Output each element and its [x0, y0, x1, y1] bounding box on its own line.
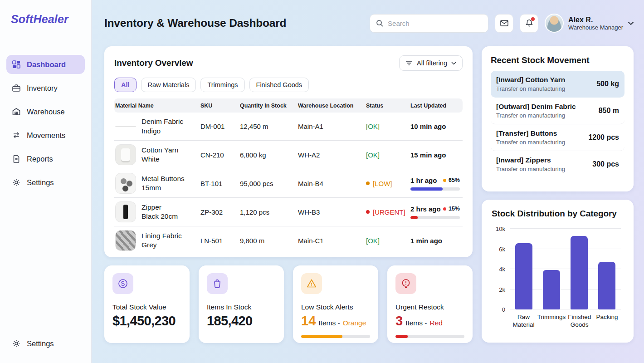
sidebar-item-settings[interactable]: Settings [6, 173, 85, 192]
card-label: Items In Stock [207, 303, 276, 311]
briefcase-icon [12, 83, 21, 93]
y-tick-label: 10k [492, 226, 505, 232]
sidebar-item-inventory[interactable]: Inventory [6, 78, 85, 98]
sidebar-item-reports[interactable]: Reports [6, 149, 85, 168]
search-input[interactable] [388, 20, 483, 27]
avatar [545, 14, 564, 33]
inventory-table-body: Denim Fabric Indigo DM-001 12,450 m Main… [114, 113, 463, 255]
material-name: Metal Buttons 15mm [141, 174, 185, 192]
sidebar-item-label: Inventory [27, 84, 58, 93]
chart-x-labels: Raw MaterialTrimmingsFinished GoodsPacki… [510, 314, 621, 329]
filter-dropdown-label: All filtering [417, 59, 447, 67]
location-cell: WH-B3 [298, 208, 366, 216]
last-updated-cell: 1 hr ago 65% [410, 177, 462, 191]
document-icon [12, 154, 21, 163]
sku-cell: ZP-302 [200, 208, 240, 216]
filter-chip[interactable]: Trimmings [200, 78, 244, 92]
movement-title: [Outward] Denim Fabric [496, 103, 576, 111]
y-tick-label: 0 [492, 306, 505, 313]
card-value: 185,420 [207, 314, 276, 329]
sidebar-nav: Dashboard Inventory [6, 55, 85, 192]
last-updated-cell: 1 min ago [410, 237, 462, 245]
sidebar-item-warehouse[interactable]: Warehouse [6, 102, 85, 121]
sidebar-item-movements[interactable]: Movements [6, 126, 85, 145]
quantity-cell: 12,450 m [240, 123, 298, 130]
chevron-down-icon [628, 21, 634, 25]
chart-bar [515, 243, 532, 309]
movement-subtitle: Transfer on manufacturing [496, 112, 576, 119]
movement-subtitle: Transfer on manufacturing [496, 166, 565, 172]
dashboard-grid-icon [12, 60, 21, 69]
material-name: Cotton Yarn White [141, 146, 178, 164]
mail-icon [500, 19, 509, 28]
table-row[interactable]: Lining Fabric Grey LN-501 9,800 m Main-C… [114, 226, 463, 255]
user-menu[interactable]: Alex R. Warehouse Manager [545, 14, 634, 33]
table-row[interactable]: Denim Fabric Indigo DM-001 12,450 m Main… [114, 113, 463, 141]
sidebar-item-dashboard[interactable]: Dashboard [6, 55, 85, 74]
filter-chip[interactable]: Finished Goods [249, 78, 309, 92]
card-value: 3 Items - Red [395, 314, 464, 329]
filter-dropdown-button[interactable]: All filtering [399, 55, 463, 71]
user-name: Alex R. [568, 15, 623, 24]
main-area: Inventory & Warehouse Dashboard [92, 0, 644, 363]
status-badge: [URGENT] [366, 208, 410, 216]
movement-subtitle: Transfer on manufacturing [496, 139, 565, 146]
x-axis-label: Raw Material [510, 314, 537, 329]
filter-chip[interactable]: All [114, 78, 137, 92]
chart-bar [598, 262, 615, 309]
status-badge: [OK] [366, 237, 410, 245]
movement-item[interactable]: [Transfer] Buttons Transfer on manufactu… [491, 124, 624, 151]
sidebar-item-label: Settings [27, 339, 54, 348]
percent-dot [443, 207, 446, 211]
dollar-circle-icon [112, 273, 133, 294]
recent-stock-movement-title: Recent Stock Movement [491, 55, 624, 65]
location-cell: Main-A1 [298, 123, 366, 130]
y-tick-label: 4k [492, 266, 505, 273]
card-value: 14 Items - Orange [301, 314, 370, 329]
items-in-stock-card: Items In Stock 185,420 [199, 265, 284, 343]
location-cell: WH-A2 [298, 151, 366, 159]
movement-quantity: 500 kg [596, 80, 619, 88]
stock-progress-bar [410, 187, 460, 191]
urgent-restock-progress-bar [395, 335, 464, 338]
movement-item[interactable]: [Inward] Cotton Yarn Transfer on manufac… [491, 71, 624, 98]
quantity-cell: 1,120 pcs [240, 208, 298, 216]
column-header: Last Updated [410, 103, 462, 109]
table-row[interactable]: Metal Buttons 15mm BT-101 95,000 pcs Mai… [114, 169, 463, 198]
y-tick-label: 6k [492, 245, 505, 252]
movement-quantity: 1200 pcs [588, 133, 619, 142]
card-label: Low Stock Alerts [301, 303, 370, 311]
location-cell: Main-C1 [298, 237, 366, 245]
column-header: Material Name [115, 103, 200, 109]
sidebar-item-label: Reports [27, 155, 53, 163]
sidebar: SoftHealer Dashboard [0, 0, 92, 363]
search-box[interactable] [370, 14, 488, 33]
movement-title: [Inward] Zippers [496, 156, 565, 164]
notifications-button[interactable] [520, 14, 538, 33]
shopping-bag-icon [207, 273, 228, 294]
y-tick-label: 2k [492, 286, 505, 293]
table-row[interactable]: Zipper Black 20cm ZP-302 1,120 pcs WH-B3… [114, 198, 463, 226]
alert-circle-icon [395, 273, 416, 294]
sku-cell: CN-210 [200, 151, 240, 159]
movement-title: [Inward] Cotton Yarn [496, 76, 565, 84]
column-header: SKU [200, 103, 240, 109]
sidebar-footer-settings[interactable]: Settings [6, 334, 85, 353]
stock-distribution-chart: 10k 6k 4k 2k 0 [492, 229, 624, 329]
chevron-down-icon [451, 62, 456, 65]
stock-distribution-panel: Stock Distribution by Category 10k 6k [482, 200, 634, 343]
app-root: SoftHealer Dashboard [0, 0, 644, 363]
filter-chip[interactable]: Raw Materials [141, 78, 196, 92]
movement-list: [Inward] Cotton Yarn Transfer on manufac… [491, 71, 624, 177]
quantity-cell: 9,800 m [240, 237, 298, 245]
movement-item[interactable]: [Inward] Zippers Transfer on manufacturi… [491, 151, 624, 177]
status-badge: [OK] [366, 123, 410, 130]
card-label: Total Stock Value [112, 303, 181, 311]
total-stock-value-card: Total Stock Value $1,450,230 [104, 265, 190, 343]
status-badge: [LOW] [366, 180, 410, 187]
table-row[interactable]: Cotton Yarn White CN-210 6,800 kg WH-A2 … [114, 141, 463, 169]
sidebar-item-label: Dashboard [27, 60, 66, 69]
movement-item[interactable]: [Outward] Denim Fabric Transfer on manuf… [491, 98, 624, 124]
mail-button[interactable] [495, 14, 513, 33]
x-axis-label: Packing [593, 314, 621, 329]
